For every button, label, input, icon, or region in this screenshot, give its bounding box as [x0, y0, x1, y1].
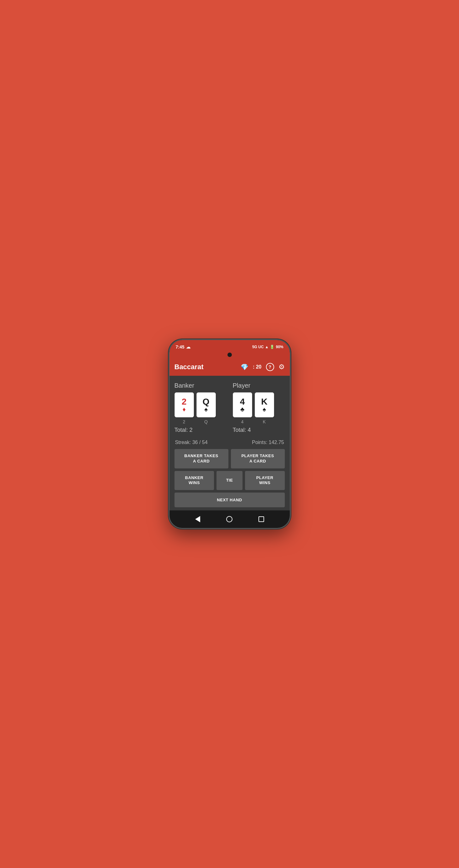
- streak-stat: Streak: 36 / 54: [175, 440, 208, 445]
- hands-row: Banker 2 ♦ Q ♠ 2 Q: [174, 382, 285, 433]
- signal-icon: ▲: [265, 345, 269, 349]
- app-bar: Baccarat 💎 : 20 ? ⚙: [170, 358, 290, 376]
- player-hand: Player 4 ♣ K ♠ 4 K: [233, 382, 285, 433]
- take-card-buttons: BANKER TAKESA CARD PLAYER TAKESA CARD: [174, 449, 285, 468]
- player-card-1-value: 4: [240, 397, 245, 406]
- gem-balance: : 20: [253, 364, 262, 370]
- player-cards-row: 4 ♣ K ♠: [233, 392, 285, 417]
- recents-button[interactable]: [255, 513, 267, 525]
- banker-takes-card-button[interactable]: BANKER TAKESA CARD: [174, 449, 228, 468]
- banker-card-labels: 2 Q: [174, 419, 227, 424]
- banker-card-2: Q ♠: [196, 392, 216, 417]
- banker-card-2-value: Q: [203, 397, 210, 406]
- banker-cards-row: 2 ♦ Q ♠: [174, 392, 227, 417]
- tie-button[interactable]: TIE: [217, 471, 242, 490]
- nav-bar: [170, 510, 290, 528]
- camera-notch: [227, 352, 232, 357]
- banker-card-2-suit: ♠: [204, 406, 208, 412]
- points-stat: Points: 142.75: [252, 440, 284, 445]
- player-takes-card-button[interactable]: PLAYER TAKESA CARD: [231, 449, 285, 468]
- battery-percent: 90%: [276, 345, 283, 349]
- home-button[interactable]: [223, 513, 236, 525]
- player-card-labels: 4 K: [233, 419, 285, 424]
- banker-card-1-label: 2: [174, 419, 194, 424]
- bottom-area: Streak: 36 / 54 Points: 142.75 BANKER TA…: [170, 440, 290, 511]
- phone-frame: 7:45 ☁ 5G UC ▲ 🔋 90% Baccarat 💎 : 20 ?: [169, 339, 291, 529]
- phone-screen: 7:45 ☁ 5G UC ▲ 🔋 90% Baccarat 💎 : 20 ?: [170, 340, 290, 528]
- win-buttons-row: BANKERWINS TIE PLAYERWINS: [174, 471, 285, 490]
- back-button[interactable]: [192, 513, 204, 525]
- banker-hand: Banker 2 ♦ Q ♠ 2 Q: [174, 382, 227, 433]
- help-label: ?: [268, 365, 271, 370]
- help-button[interactable]: ?: [266, 363, 274, 371]
- player-card-1: 4 ♣: [233, 392, 252, 417]
- settings-icon[interactable]: ⚙: [279, 363, 285, 371]
- back-icon: [195, 516, 200, 522]
- notch: [170, 352, 290, 358]
- cloud-icon: ☁: [186, 344, 191, 349]
- app-title: Baccarat: [174, 363, 240, 371]
- banker-label: Banker: [174, 382, 227, 389]
- player-total: Total: 4: [233, 427, 285, 433]
- player-wins-button[interactable]: PLAYERWINS: [245, 471, 285, 490]
- player-card-2-value: K: [261, 397, 267, 406]
- stats-row: Streak: 36 / 54 Points: 142.75: [174, 440, 285, 445]
- home-icon: [226, 516, 232, 522]
- status-icons: 5G UC ▲ 🔋 90%: [252, 345, 284, 349]
- gem-icon: 💎: [240, 363, 249, 371]
- recents-icon: [258, 516, 264, 522]
- battery-icon: 🔋: [270, 345, 275, 349]
- network-text: 5G UC: [252, 345, 264, 349]
- player-card-2: K ♠: [255, 392, 274, 417]
- player-card-2-suit: ♠: [263, 406, 266, 412]
- app-bar-actions: 💎 : 20 ? ⚙: [240, 363, 285, 371]
- next-hand-button[interactable]: NEXT HAND: [174, 493, 285, 507]
- status-bar: 7:45 ☁ 5G UC ▲ 🔋 90%: [170, 340, 290, 352]
- banker-wins-button[interactable]: BANKERWINS: [174, 471, 214, 490]
- main-content: Banker 2 ♦ Q ♠ 2 Q: [170, 376, 290, 440]
- player-card-2-label: K: [255, 419, 274, 424]
- player-label: Player: [233, 382, 285, 389]
- status-time: 7:45 ☁: [176, 344, 191, 349]
- banker-card-1-value: 2: [182, 397, 187, 406]
- player-card-1-label: 4: [233, 419, 252, 424]
- player-card-1-suit: ♣: [240, 406, 245, 412]
- banker-total: Total: 2: [174, 427, 227, 433]
- banker-card-1: 2 ♦: [174, 392, 194, 417]
- banker-card-2-label: Q: [196, 419, 216, 424]
- banker-card-1-suit: ♦: [182, 406, 185, 412]
- time-text: 7:45: [176, 344, 184, 349]
